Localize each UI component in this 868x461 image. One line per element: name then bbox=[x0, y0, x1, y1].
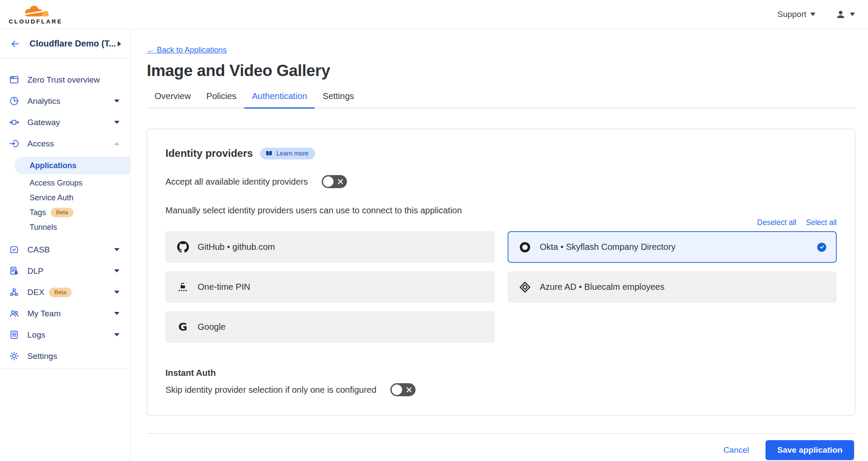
tab-overview[interactable]: Overview bbox=[147, 91, 198, 108]
sidebar-item-settings[interactable]: Settings bbox=[0, 345, 130, 367]
access-icon bbox=[9, 138, 20, 149]
github-icon bbox=[177, 241, 189, 253]
sidebar-item-access[interactable]: Access bbox=[0, 133, 130, 154]
learn-more-label: Learn more bbox=[276, 150, 308, 157]
okta-icon bbox=[519, 242, 531, 253]
sidebar-item-applications[interactable]: Applications bbox=[14, 157, 130, 174]
book-icon bbox=[265, 150, 273, 156]
sidebar-item-my-team[interactable]: My Team bbox=[0, 303, 130, 324]
chevron-down-icon bbox=[114, 248, 119, 251]
tab-settings[interactable]: Settings bbox=[315, 91, 362, 108]
topbar: CLOUDFLARE Support bbox=[0, 0, 868, 29]
selected-check-icon bbox=[817, 242, 826, 252]
sidebar-item-dlp[interactable]: DLP bbox=[0, 260, 130, 282]
footer-actions: Cancel Save application bbox=[147, 440, 855, 460]
sidebar-divider bbox=[0, 368, 130, 369]
sidebar-item-dex[interactable]: DEX Beta bbox=[0, 282, 130, 303]
beta-badge: Beta bbox=[51, 208, 73, 217]
chevron-right-icon[interactable] bbox=[118, 41, 121, 46]
identity-providers-card: Identity providers Learn more Accept all… bbox=[147, 129, 855, 416]
sidebar-item-service-auth[interactable]: Service Auth bbox=[0, 190, 130, 205]
main-content: ← Back to Applications Image and Video G… bbox=[130, 29, 868, 461]
toggle-knob bbox=[323, 176, 333, 187]
card-title: Identity providers bbox=[165, 147, 253, 159]
sidebar-item-tunnels[interactable]: Tunnels bbox=[0, 220, 130, 235]
provider-tile-google[interactable]: G Google bbox=[165, 311, 495, 343]
people-icon bbox=[9, 308, 20, 319]
cloudflare-wordmark: CLOUDFLARE bbox=[9, 19, 63, 25]
accept-all-toggle[interactable] bbox=[322, 175, 347, 188]
cloudflare-cloud-icon bbox=[20, 4, 52, 18]
manual-select-text: Manually select identity providers users… bbox=[165, 206, 837, 216]
provider-grid: GitHub • github.com Okta • Skyflash Comp… bbox=[165, 231, 837, 343]
provider-label: Google bbox=[198, 322, 226, 332]
chevron-down-icon bbox=[114, 333, 119, 336]
sidebar-account-header[interactable]: Cloudflare Demo (T... bbox=[0, 29, 130, 59]
analytics-pie-icon bbox=[9, 96, 20, 106]
accept-all-label: Accept all available identity providers bbox=[165, 177, 308, 187]
toggle-knob bbox=[392, 385, 402, 395]
sidebar-item-analytics[interactable]: Analytics bbox=[0, 90, 130, 112]
user-icon bbox=[835, 9, 846, 20]
provider-tile-one-time-pin[interactable]: One-time PIN bbox=[165, 271, 495, 303]
deselect-all-link[interactable]: Deselect all bbox=[757, 218, 796, 227]
back-to-applications-link[interactable]: ← Back to Applications bbox=[147, 46, 227, 55]
provider-tile-azure-ad[interactable]: Azure AD • Bluecalm employees bbox=[508, 271, 837, 303]
tab-policies[interactable]: Policies bbox=[198, 91, 244, 108]
provider-tile-okta[interactable]: Okta • Skyflash Company Directory bbox=[508, 231, 837, 263]
sidebar-item-access-groups[interactable]: Access Groups bbox=[0, 176, 130, 190]
document-lock-icon bbox=[9, 265, 20, 276]
back-arrow-icon[interactable] bbox=[10, 39, 20, 49]
x-icon bbox=[337, 179, 343, 185]
tab-bar: Overview Policies Authentication Setting… bbox=[147, 91, 855, 108]
tab-authentication[interactable]: Authentication bbox=[244, 91, 315, 108]
chevron-down-icon bbox=[850, 13, 855, 16]
support-menu[interactable]: Support bbox=[777, 10, 815, 19]
gateway-icon bbox=[9, 117, 20, 128]
account-menu[interactable] bbox=[835, 9, 855, 20]
provider-label: GitHub • github.com bbox=[198, 242, 275, 252]
provider-tile-github[interactable]: GitHub • github.com bbox=[165, 231, 495, 263]
save-application-button[interactable]: Save application bbox=[766, 440, 854, 460]
account-name: Cloudflare Demo (T... bbox=[30, 39, 116, 49]
sidebar-item-zero-trust-overview[interactable]: Zero Trust overview bbox=[0, 69, 130, 90]
instant-auth-toggle[interactable] bbox=[390, 383, 416, 396]
one-time-pin-icon bbox=[177, 282, 189, 292]
cancel-button[interactable]: Cancel bbox=[723, 445, 749, 455]
learn-more-badge[interactable]: Learn more bbox=[260, 148, 315, 159]
sidebar: Cloudflare Demo (T... Zero Trust overvie… bbox=[0, 29, 130, 461]
network-nodes-icon bbox=[9, 287, 20, 298]
sidebar-nav: Zero Trust overview Analytics Gateway bbox=[0, 59, 130, 369]
beta-badge: Beta bbox=[49, 288, 72, 297]
chevron-down-icon bbox=[810, 13, 815, 16]
support-label: Support bbox=[777, 10, 806, 19]
sidebar-item-gateway[interactable]: Gateway bbox=[0, 112, 130, 133]
instant-auth-label: Skip identity provider selection if only… bbox=[165, 385, 376, 395]
google-icon: G bbox=[177, 321, 189, 333]
casb-box-icon bbox=[9, 244, 20, 255]
chevron-up-icon bbox=[114, 142, 119, 145]
chevron-down-icon bbox=[114, 269, 119, 272]
cloudflare-logo[interactable]: CLOUDFLARE bbox=[9, 4, 63, 25]
provider-label: Okta • Skyflash Company Directory bbox=[540, 242, 676, 252]
chevron-down-icon bbox=[114, 291, 119, 294]
chevron-down-icon bbox=[114, 121, 119, 124]
x-icon bbox=[406, 387, 412, 393]
access-subnav: Applications Access Groups Service Auth … bbox=[0, 154, 130, 239]
footer-divider bbox=[147, 433, 855, 434]
instant-auth-title: Instant Auth bbox=[165, 368, 837, 378]
sidebar-item-tags[interactable]: Tags Beta bbox=[0, 205, 130, 220]
logs-list-icon bbox=[9, 329, 20, 340]
chevron-down-icon bbox=[114, 312, 119, 315]
provider-label: Azure AD • Bluecalm employees bbox=[540, 282, 664, 292]
page-title: Image and Video Gallery bbox=[147, 62, 855, 80]
window-icon bbox=[9, 74, 20, 85]
gear-icon bbox=[9, 351, 20, 362]
provider-label: One-time PIN bbox=[198, 282, 250, 292]
sidebar-item-casb[interactable]: CASB bbox=[0, 239, 130, 260]
azure-ad-icon bbox=[519, 282, 531, 293]
sidebar-item-logs[interactable]: Logs bbox=[0, 324, 130, 345]
chevron-down-icon bbox=[114, 99, 119, 103]
select-all-link[interactable]: Select all bbox=[806, 218, 837, 227]
